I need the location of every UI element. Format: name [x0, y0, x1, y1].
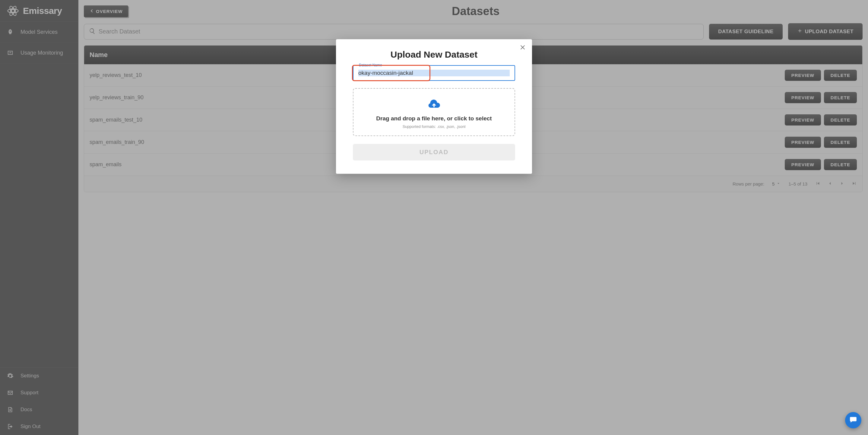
- chat-icon: [849, 416, 857, 425]
- dataset-name-field[interactable]: Dataset Name: [353, 65, 515, 81]
- upload-submit-button: UPLOAD: [353, 144, 515, 160]
- cloud-upload-icon: [360, 98, 508, 111]
- modal-title: Upload New Dataset: [353, 50, 515, 60]
- dropzone-subtext: Supported formats: .csv, .json, .jsonl: [360, 124, 508, 129]
- file-dropzone[interactable]: Drag and drop a file here, or click to s…: [353, 88, 515, 136]
- dropzone-text: Drag and drop a file here, or click to s…: [360, 115, 508, 122]
- close-button[interactable]: [519, 44, 526, 52]
- field-label: Dataset Name: [357, 63, 384, 67]
- chat-bubble-button[interactable]: [845, 412, 861, 428]
- upload-dataset-modal: Upload New Dataset Dataset Name Drag and…: [336, 39, 532, 174]
- dataset-name-input[interactable]: [358, 70, 510, 76]
- modal-overlay[interactable]: Upload New Dataset Dataset Name Drag and…: [0, 0, 868, 435]
